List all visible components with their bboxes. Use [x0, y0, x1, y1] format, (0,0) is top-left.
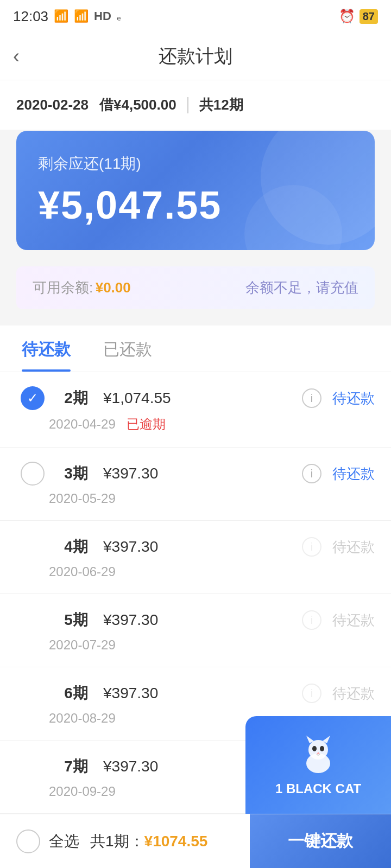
balance-value: ¥0.00 [96, 279, 131, 296]
payment-date: 2020-08-29 [49, 711, 116, 726]
payment-date: 2020-07-29 [49, 637, 116, 653]
payment-date: 2020-09-29 [49, 784, 116, 799]
remaining-amount: ¥5,047.55 [38, 183, 353, 227]
status-tag: 待还款 [332, 538, 375, 557]
info-icon[interactable]: i [302, 684, 321, 703]
loan-periods: 共12期 [199, 95, 243, 114]
bottom-bar: 全选 共1期： ¥1074.55 一键还款 [0, 814, 391, 868]
payment-item: 3期 ¥397.30 i 待还款 2020-05-29 [0, 448, 391, 521]
payment-item: 4期 ¥397.30 i 待还款 2020-06-29 [0, 521, 391, 594]
period-amount: ¥397.30 [103, 685, 302, 702]
select-all-label: 全选 [49, 831, 79, 852]
status-time: 12:03 📶 📶 HD ₑ [13, 8, 121, 25]
info-icon[interactable]: i [302, 464, 321, 483]
page-title: 还款计划 [159, 44, 232, 69]
tab-paid[interactable]: 已还款 [98, 326, 168, 372]
period-number: 6期 [49, 683, 103, 704]
payment-item-row: ✓ 2期 ¥1,074.55 i 待还款 [16, 386, 375, 410]
black-cat-overlay[interactable]: 1 BLACK CAT [245, 716, 391, 814]
payment-item: 5期 ¥397.30 i 待还款 2020-07-29 [0, 594, 391, 667]
period-number: 2期 [49, 388, 103, 409]
period-number: 3期 [49, 463, 103, 484]
loan-date: 2020-02-28 [16, 97, 89, 113]
period-amount: ¥397.30 [103, 465, 302, 482]
tabs: 待还款 已还款 [0, 326, 391, 372]
select-all-checkbox[interactable] [16, 829, 40, 853]
sub-row: 2020-04-29 已逾期 [16, 416, 375, 433]
payment-item-row: 4期 ¥397.30 i 待还款 [16, 535, 375, 559]
status-tag: 待还款 [332, 389, 375, 408]
pay-now-button[interactable]: 一键还款 [250, 814, 391, 868]
svg-point-5 [320, 746, 324, 751]
checkbox-period-3[interactable] [16, 462, 49, 486]
period-number: 5期 [49, 610, 103, 630]
battery-icon: 87 [360, 9, 378, 24]
loan-info-bar: 2020-02-28 借¥4,500.00 共12期 [0, 80, 391, 130]
status-right: ⏰ 87 [339, 9, 378, 24]
period-amount: ¥397.30 [103, 611, 302, 629]
svg-point-4 [312, 746, 317, 751]
status-bar: 12:03 📶 📶 HD ₑ ⏰ 87 [0, 0, 391, 33]
sub-row: 2020-06-29 [16, 564, 375, 579]
status-tag: 待还款 [332, 611, 375, 630]
balance-info: 可用余额: ¥0.00 [33, 278, 131, 297]
remaining-label: 剩余应还(11期) [38, 154, 353, 174]
tab-pending[interactable]: 待还款 [16, 326, 87, 372]
info-icon[interactable]: i [302, 388, 321, 408]
period-number: 7期 [49, 756, 103, 777]
loan-amount: 借¥4,500.00 [99, 95, 176, 114]
payment-date: 2020-04-29 [49, 417, 116, 432]
period-amount: ¥397.30 [103, 538, 302, 556]
header: ‹ 还款计划 [0, 33, 391, 80]
payment-date: 2020-05-29 [49, 491, 116, 506]
black-cat-text: 1 BLACK CAT [275, 781, 361, 796]
back-button[interactable]: ‹ [13, 45, 20, 68]
checkbox-period-2[interactable]: ✓ [16, 386, 49, 410]
select-summary: 共1期： [90, 831, 144, 852]
recharge-button[interactable]: 余额不足，请充值 [245, 278, 358, 297]
svg-point-1 [308, 740, 328, 760]
balance-row: 可用余额: ¥0.00 余额不足，请充值 [16, 266, 375, 309]
status-tag: 待还款 [332, 464, 375, 483]
payment-item-row: 3期 ¥397.30 i 待还款 [16, 462, 375, 486]
info-icon[interactable]: i [302, 537, 321, 557]
overdue-tag: 已逾期 [127, 416, 166, 433]
divider [187, 97, 188, 113]
payment-item-row: 6期 ¥397.30 i 待还款 [16, 681, 375, 705]
alarm-icon: ⏰ [339, 9, 355, 24]
cat-figure [297, 733, 340, 777]
payment-item-row: 5期 ¥397.30 i 待还款 [16, 608, 375, 632]
balance-label: 可用余额: [33, 279, 93, 296]
checkbox-unchecked-icon [21, 462, 45, 486]
sub-row: 2020-05-29 [16, 491, 375, 506]
sub-row: 2020-07-29 [16, 637, 375, 653]
info-icon[interactable]: i [302, 610, 321, 630]
status-tag: 待还款 [332, 684, 375, 703]
checkbox-checked-icon: ✓ [21, 386, 45, 410]
select-total-amount: ¥1074.55 [144, 833, 208, 850]
payment-item: ✓ 2期 ¥1,074.55 i 待还款 2020-04-29 已逾期 [0, 372, 391, 448]
period-amount: ¥1,074.55 [103, 390, 302, 407]
period-number: 4期 [49, 537, 103, 557]
payment-date: 2020-06-29 [49, 564, 116, 579]
remaining-balance-card: 剩余应还(11期) ¥5,047.55 [16, 131, 375, 250]
